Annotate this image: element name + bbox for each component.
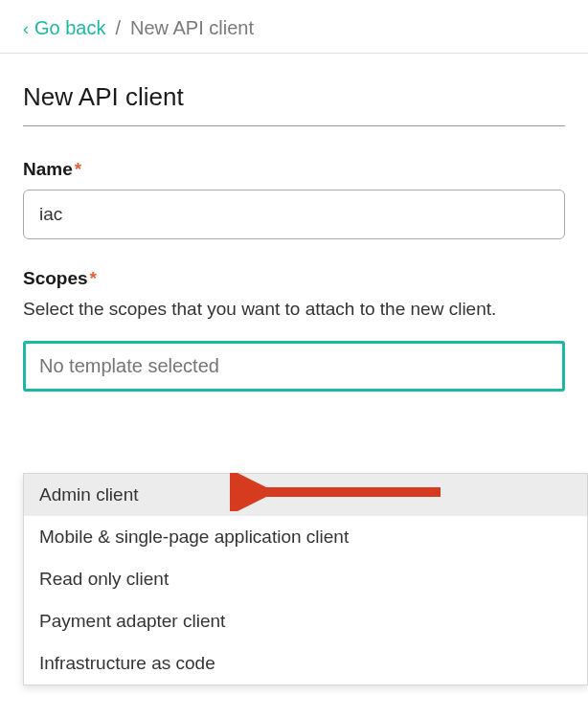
dropdown-option-infrastructure-as-code[interactable]: Infrastructure as code xyxy=(24,642,587,684)
template-dropdown: Admin client Mobile & single-page applic… xyxy=(23,473,588,685)
name-input[interactable] xyxy=(23,190,565,239)
title-divider xyxy=(23,125,565,126)
breadcrumb: ‹ Go back / New API client xyxy=(0,0,588,54)
chevron-left-icon: ‹ xyxy=(23,20,29,37)
dropdown-option-payment-adapter-client[interactable]: Payment adapter client xyxy=(24,600,587,642)
scopes-label-text: Scopes xyxy=(23,268,88,288)
breadcrumb-current: New API client xyxy=(130,17,254,39)
dropdown-option-read-only-client[interactable]: Read only client xyxy=(24,558,587,600)
form-content: New API client Name* Scopes* Select the … xyxy=(0,54,588,392)
required-star-icon: * xyxy=(90,268,97,288)
required-star-icon: * xyxy=(75,159,81,179)
name-field-group: Name* xyxy=(23,159,565,239)
dropdown-option-admin-client[interactable]: Admin client xyxy=(24,474,587,516)
go-back-link[interactable]: ‹ Go back xyxy=(23,17,105,39)
scopes-field-group: Scopes* Select the scopes that you want … xyxy=(23,268,565,392)
dropdown-option-mobile-spa-client[interactable]: Mobile & single-page application client xyxy=(24,516,587,558)
scopes-label: Scopes* xyxy=(23,268,565,289)
scopes-help-text: Select the scopes that you want to attac… xyxy=(23,299,565,320)
go-back-label: Go back xyxy=(34,17,105,39)
name-label-text: Name xyxy=(23,159,73,179)
breadcrumb-separator: / xyxy=(115,17,121,39)
page-title: New API client xyxy=(23,82,565,112)
name-label: Name* xyxy=(23,159,565,180)
scopes-template-select[interactable] xyxy=(23,341,565,392)
